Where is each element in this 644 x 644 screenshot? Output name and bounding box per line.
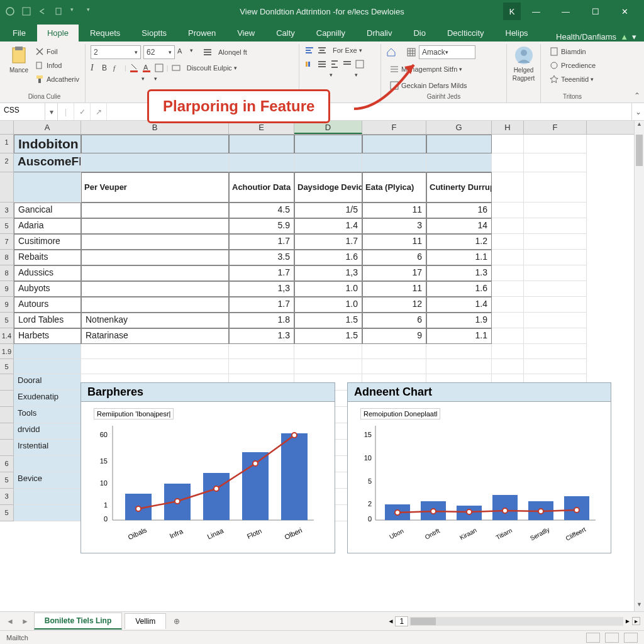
scroll-up-icon[interactable]: ▲ — [635, 121, 644, 131]
row-header[interactable] — [0, 374, 14, 391]
row-header[interactable]: 5 — [0, 359, 14, 374]
sheet-tab-other[interactable]: Vellim — [125, 613, 166, 629]
redo-icon[interactable] — [54, 6, 64, 16]
sheet-tab-active[interactable]: Bonilete Tiels Linp — [34, 613, 122, 630]
hscroll-end-icon[interactable]: ▸ — [632, 617, 640, 625]
cell[interactable]: 1,3 — [294, 265, 362, 281]
precid-button[interactable]: Prcedience — [546, 59, 599, 72]
cell[interactable]: 1/5 — [294, 203, 362, 218]
scroll-thumb[interactable] — [636, 135, 643, 166]
amack-select[interactable]: Amack — [419, 45, 475, 59]
cell[interactable]: 1.0 — [294, 281, 362, 297]
italic-icon[interactable]: B — [102, 64, 111, 72]
cell[interactable] — [81, 135, 229, 153]
row-header[interactable] — [0, 391, 14, 407]
cell[interactable] — [492, 297, 524, 313]
cell[interactable] — [362, 135, 426, 153]
cell[interactable]: Cutinerty Durrupent — [426, 172, 492, 203]
cell[interactable]: 1.4 — [426, 297, 492, 313]
cell[interactable] — [229, 153, 294, 172]
cell[interactable] — [524, 135, 587, 153]
align-right-icon[interactable] — [330, 59, 340, 69]
cell[interactable]: Lord Tables — [14, 313, 81, 328]
cell[interactable]: Irstential — [14, 440, 81, 456]
cell[interactable] — [294, 135, 362, 153]
name-box[interactable]: CSS — [0, 103, 45, 120]
cell[interactable] — [492, 153, 524, 172]
increase-font-icon[interactable]: A — [177, 47, 187, 57]
align-mid-icon[interactable] — [317, 45, 327, 55]
cell[interactable]: Autours — [14, 297, 81, 313]
font-color-icon[interactable]: A — [142, 63, 152, 73]
cell[interactable]: 1.1 — [426, 328, 492, 344]
cell[interactable]: 1.7 — [294, 234, 362, 250]
tab-calty[interactable]: Calty — [266, 25, 305, 42]
fx-icon[interactable]: ↗ — [91, 103, 107, 120]
chart-adneent[interactable]: Adneent Chart Remoipution Doneplaatl 15 … — [347, 382, 611, 553]
cell[interactable]: Tools — [14, 407, 81, 423]
cell[interactable]: 1.2 — [426, 234, 492, 250]
cell[interactable] — [492, 281, 524, 297]
cell[interactable] — [81, 359, 229, 374]
cell[interactable] — [524, 203, 587, 218]
cell[interactable] — [524, 281, 587, 297]
cell[interactable]: 1.8 — [229, 313, 294, 328]
row-header[interactable]: 1 — [0, 135, 14, 153]
cell[interactable] — [81, 250, 229, 265]
cell[interactable]: 3.5 — [229, 250, 294, 265]
chart-barpheres[interactable]: Barpheres Remiipution 'Ibonajpesr| 60 15… — [80, 382, 335, 553]
hscroll-right-icon[interactable]: ► — [625, 618, 631, 625]
cell[interactable]: 1.1 — [426, 250, 492, 265]
cell[interactable] — [524, 234, 587, 250]
row-header[interactable]: 6 — [0, 456, 14, 472]
border-icon[interactable] — [154, 63, 164, 73]
cell[interactable]: Harbets — [14, 328, 81, 344]
cell[interactable]: 14 — [426, 218, 492, 234]
cell[interactable] — [492, 265, 524, 281]
sheet-add-icon[interactable]: ⊕ — [169, 617, 185, 626]
cell[interactable]: 16 — [426, 203, 492, 218]
row-header[interactable]: 3 — [0, 203, 14, 218]
decrease-font-icon[interactable]: ▾ — [190, 47, 200, 57]
cell[interactable] — [524, 172, 587, 203]
merge-icon[interactable] — [171, 63, 181, 73]
formula-expand-icon[interactable]: ⌄ — [631, 103, 644, 120]
cell[interactable] — [14, 172, 81, 203]
col-header[interactable]: F — [524, 121, 587, 134]
cell[interactable] — [81, 153, 229, 172]
minimize-icon[interactable]: — — [522, 3, 550, 20]
cell[interactable] — [81, 218, 229, 234]
cell[interactable]: 1.3 — [426, 265, 492, 281]
adcath-button[interactable]: Adcatheriv — [31, 73, 82, 86]
row-header[interactable]: 5 — [0, 218, 14, 234]
font-size-select[interactable]: 62▾ — [143, 45, 175, 59]
cell[interactable]: 1.7 — [229, 297, 294, 313]
view-layout-icon[interactable] — [605, 633, 619, 643]
cell[interactable] — [362, 359, 426, 374]
cell[interactable] — [492, 359, 524, 374]
infod-button[interactable]: Infod — [31, 59, 82, 72]
cell[interactable]: Ratarinase — [81, 328, 229, 344]
cell[interactable] — [229, 135, 294, 153]
cell[interactable]: Achoutior Data — [229, 172, 294, 203]
cell[interactable] — [81, 203, 229, 218]
align-icon[interactable] — [203, 47, 213, 57]
cell[interactable]: 4.5 — [229, 203, 294, 218]
maximize-icon[interactable]: ☐ — [581, 3, 609, 20]
cell[interactable] — [14, 359, 81, 374]
cell[interactable] — [524, 344, 587, 359]
cell[interactable]: 1.5 — [294, 328, 362, 344]
paste-icon[interactable] — [9, 45, 29, 65]
cell[interactable] — [14, 505, 81, 521]
cell[interactable]: 1,3 — [229, 281, 294, 297]
row-header[interactable]: 5 — [0, 505, 14, 521]
row-header[interactable]: 8 — [0, 265, 14, 281]
cell[interactable] — [492, 218, 524, 234]
align-left-icon[interactable] — [304, 59, 314, 69]
tab-requets[interactable]: Requets — [80, 25, 130, 42]
cell[interactable]: Notnenkay — [81, 313, 229, 328]
col-header[interactable]: F — [362, 121, 426, 134]
close-icon[interactable]: ✕ — [611, 3, 639, 20]
row-header[interactable]: 5 — [0, 313, 14, 328]
cell[interactable]: 11 — [362, 234, 426, 250]
